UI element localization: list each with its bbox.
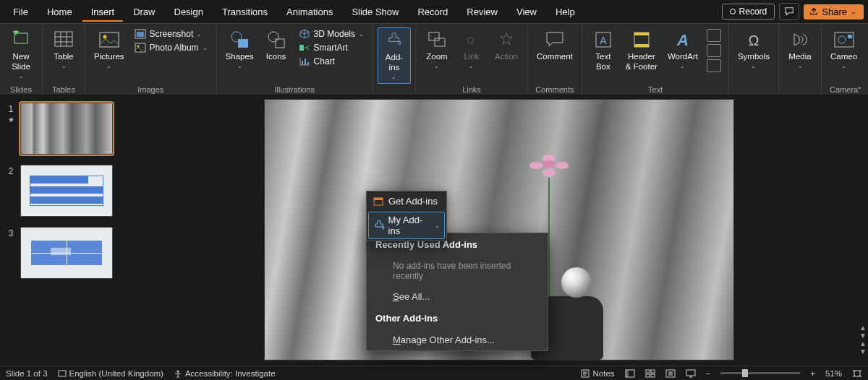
tab-file[interactable]: File xyxy=(4,2,37,22)
fit-to-window-button[interactable] xyxy=(852,369,862,378)
thumbnail-slide-1[interactable] xyxy=(20,103,113,155)
vertical-scroll-buttons[interactable]: ▲▼▲▼ xyxy=(859,324,867,355)
slideshow-view-button[interactable] xyxy=(686,369,696,378)
date-time-button[interactable] xyxy=(707,29,721,42)
shapes-button[interactable]: Shapes⌄ xyxy=(221,27,258,84)
header-footer-button[interactable]: Header & Footer xyxy=(621,27,662,84)
tab-design[interactable]: Design xyxy=(166,2,212,22)
screenshot-button[interactable]: Screenshot⌄ xyxy=(130,27,212,40)
table-button[interactable]: Table⌄ xyxy=(47,27,80,84)
wordart-button[interactable]: A WordArt⌄ xyxy=(663,27,702,84)
cameo-button[interactable]: Cameo⌄ xyxy=(826,27,861,84)
pictures-button[interactable]: Pictures⌄ xyxy=(90,27,129,84)
textbox-button[interactable]: A Text Box xyxy=(587,27,620,84)
accessibility-icon xyxy=(174,369,182,378)
object-button[interactable] xyxy=(707,59,721,72)
svg-rect-36 xyxy=(651,370,655,373)
svg-rect-14 xyxy=(305,59,306,65)
3d-models-button[interactable]: 3D Models⌄ xyxy=(294,27,368,40)
status-accessibility[interactable]: Accessibility: Investigate xyxy=(174,369,276,378)
my-addins-item[interactable]: My Add-ins ⌄ xyxy=(368,212,445,239)
svg-rect-17 xyxy=(435,38,445,46)
comment-button[interactable]: Comment xyxy=(532,27,577,84)
svg-rect-34 xyxy=(626,370,629,377)
group-symbols-label xyxy=(733,84,774,96)
tab-view[interactable]: View xyxy=(508,2,545,22)
svg-rect-16 xyxy=(429,33,439,40)
photo-album-button[interactable]: Photo Album⌄ xyxy=(130,41,212,54)
symbols-button[interactable]: Ω Symbols⌄ xyxy=(733,27,774,84)
icons-button[interactable]: Icons xyxy=(260,27,293,84)
tab-review[interactable]: Review xyxy=(458,2,506,22)
addins-popup: Get Add-ins My Add-ins ⌄ xyxy=(366,191,447,241)
new-slide-button[interactable]: New Slide⌄ xyxy=(4,27,38,84)
zoom-out-button[interactable]: − xyxy=(706,369,711,378)
action-button[interactable]: Action xyxy=(490,27,523,84)
zoom-in-button[interactable]: + xyxy=(810,369,815,378)
tab-help[interactable]: Help xyxy=(547,2,584,22)
shapes-icon xyxy=(229,29,250,51)
zoom-level[interactable]: 51% xyxy=(825,369,842,378)
svg-text:Ω: Ω xyxy=(748,33,759,48)
normal-view-button[interactable] xyxy=(625,369,635,378)
share-button[interactable]: Share⌄ xyxy=(804,4,864,20)
svg-rect-30 xyxy=(59,371,66,376)
svg-rect-41 xyxy=(854,371,860,376)
thumbnail-slide-3[interactable] xyxy=(20,227,113,279)
sorter-view-button[interactable] xyxy=(645,369,655,378)
svg-point-31 xyxy=(176,370,179,372)
svg-rect-22 xyxy=(634,44,649,47)
smartart-button[interactable]: SmartArt xyxy=(294,41,368,54)
comments-pane-button[interactable] xyxy=(779,3,799,20)
thumbnail-slide-2[interactable] xyxy=(20,165,113,217)
status-slide-count[interactable]: Slide 1 of 3 xyxy=(6,369,48,378)
tab-slideshow[interactable]: Slide Show xyxy=(343,2,407,22)
tab-home[interactable]: Home xyxy=(38,2,81,22)
tab-insert[interactable]: Insert xyxy=(82,2,124,22)
group-images-label: Images xyxy=(90,84,212,96)
chart-button[interactable]: Chart xyxy=(294,55,368,68)
pictures-icon xyxy=(99,29,119,51)
icons-icon xyxy=(267,29,286,51)
svg-rect-38 xyxy=(651,374,655,377)
svg-rect-27 xyxy=(848,35,852,38)
svg-rect-5 xyxy=(137,32,144,37)
svg-rect-21 xyxy=(634,33,649,35)
status-bar: Slide 1 of 3 English (United Kingdom) Ac… xyxy=(0,366,868,380)
menu-see-all[interactable]: See All... xyxy=(367,286,548,307)
link-icon xyxy=(463,29,480,51)
group-tables-label: Tables xyxy=(47,84,80,96)
glass-orb-graphic xyxy=(561,267,592,298)
reading-view-button[interactable] xyxy=(665,369,676,378)
menu-tabs: File Home Insert Draw Design Transitions… xyxy=(0,0,868,23)
link-button[interactable]: Link⌄ xyxy=(455,27,488,84)
workspace: 1★ 2 3 ▲▼▲▼ Get Add-ins My xyxy=(0,95,868,366)
svg-rect-1 xyxy=(55,32,72,46)
tab-animations[interactable]: Animations xyxy=(278,2,341,22)
group-text-label: Text xyxy=(587,84,724,96)
collapse-ribbon-button[interactable]: ⌄ xyxy=(856,82,862,90)
media-button[interactable]: Media⌄ xyxy=(783,27,817,84)
slide-number-3: 3 xyxy=(6,227,16,238)
slide-thumbnails: 1★ 2 3 xyxy=(0,95,130,366)
svg-rect-2 xyxy=(100,33,119,47)
svg-text:A: A xyxy=(600,35,607,46)
slide-number-2: 2 xyxy=(6,165,16,176)
wordart-icon: A xyxy=(673,29,692,51)
group-links-label: Links xyxy=(420,84,523,96)
notes-button[interactable]: Notes xyxy=(581,369,614,378)
status-language[interactable]: English (United Kingdom) xyxy=(58,369,163,378)
get-addins-item[interactable]: Get Add-ins xyxy=(367,191,446,210)
record-button[interactable]: Record xyxy=(722,4,775,20)
textbox-icon: A xyxy=(595,29,612,51)
slide-number-button[interactable] xyxy=(707,44,721,57)
svg-rect-29 xyxy=(374,198,383,200)
zoom-button[interactable]: Zoom⌄ xyxy=(420,27,454,84)
addins-button[interactable]: Add- ins⌄ xyxy=(378,27,411,84)
menu-manage-other[interactable]: Manage Other Add-ins... xyxy=(367,329,548,350)
new-slide-icon xyxy=(12,29,30,51)
tab-transitions[interactable]: Transitions xyxy=(213,2,276,22)
tab-draw[interactable]: Draw xyxy=(124,2,163,22)
tab-record[interactable]: Record xyxy=(409,2,456,22)
zoom-slider[interactable] xyxy=(720,372,800,374)
